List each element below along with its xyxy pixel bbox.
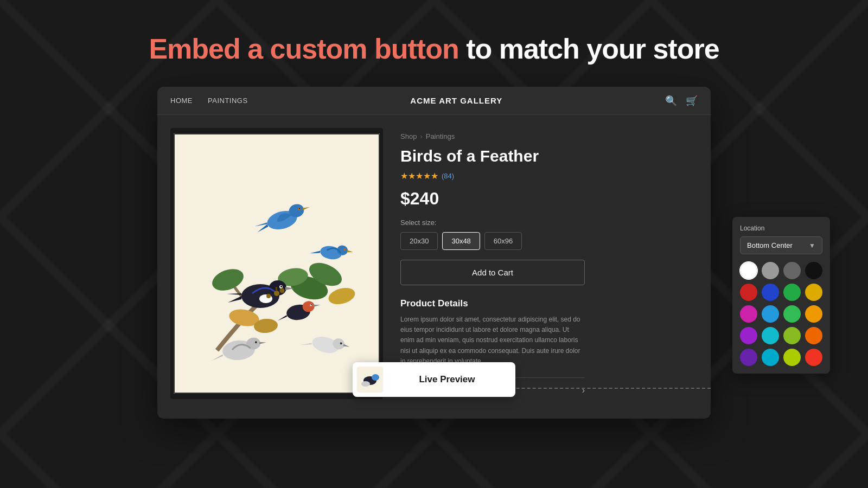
breadcrumb-separator: › [420,132,422,140]
product-description: Lorem ipsum dolor sit amet, consectetur … [400,314,585,367]
color-grid [740,262,822,366]
review-count[interactable]: (84) [442,172,454,180]
rating: ★★★★★ (84) [400,171,698,181]
nav-links: HOME PAINTINGS [170,97,248,105]
headline-white-text: to match your store [466,33,719,65]
color-swatch-yellow-lime[interactable] [783,349,801,366]
color-swatch-orange[interactable] [805,327,822,344]
store-nav: HOME PAINTINGS ACME ART GALLERY 🔍 🛒 [157,87,711,115]
size-label: Select size: [400,219,698,227]
live-preview-thumbnail [357,367,383,393]
product-image-frame [170,128,383,399]
svg-point-30 [274,291,279,296]
color-swatch-gold[interactable] [805,305,822,323]
location-panel-label: Location [740,224,822,232]
svg-point-31 [280,288,285,293]
breadcrumb-shop[interactable]: Shop [400,132,417,140]
color-swatch-black[interactable] [805,262,822,279]
color-swatch-lime[interactable] [783,327,801,344]
live-preview-label: Live Preview [390,374,505,385]
color-swatch-blue[interactable] [762,284,779,301]
size-60x96[interactable]: 60x96 [484,232,522,250]
page-wrapper: Embed a custom button to match your stor… [0,0,868,488]
dropdown-arrow-icon: ▼ [809,242,815,249]
search-icon[interactable]: 🔍 [665,95,677,107]
product-price: $240 [400,189,698,209]
color-swatch-light-blue[interactable] [762,305,779,323]
svg-point-38 [361,381,370,387]
nav-icons: 🔍 🛒 [665,95,698,107]
nav-paintings[interactable]: PAINTINGS [208,97,248,105]
product-details-heading: Product Details [400,298,698,309]
live-preview-bar[interactable]: Live Preview [353,362,515,397]
color-swatch-medium-gray[interactable] [783,262,801,279]
color-swatch-dark-cyan[interactable] [762,349,779,366]
color-swatch-magenta[interactable] [740,305,757,323]
headline-accent: Embed a custom button [149,33,458,65]
cart-icon[interactable]: 🛒 [686,95,698,107]
svg-point-15 [280,286,282,287]
size-options: 20x30 30x48 60x96 [400,232,698,250]
shipping-chevron-icon[interactable]: › [582,386,585,395]
bird-painting [174,133,380,394]
color-swatch-light-green[interactable] [783,305,801,323]
color-swatch-purple[interactable] [740,327,757,344]
headline: Embed a custom button to match your stor… [149,33,719,65]
add-to-cart-button[interactable]: Add to Cart [400,260,585,285]
svg-rect-33 [276,287,277,291]
location-value: Bottom Center [747,241,793,249]
color-swatch-yellow[interactable] [805,284,822,301]
breadcrumb-paintings[interactable]: Paintings [426,132,455,140]
svg-point-37 [372,374,379,381]
store-preview: HOME PAINTINGS ACME ART GALLERY 🔍 🛒 [157,87,711,419]
color-swatch-light-gray[interactable] [762,262,779,279]
size-20x30[interactable]: 20x30 [400,232,438,250]
svg-rect-0 [174,133,380,394]
color-swatch-red[interactable] [740,284,757,301]
color-swatch-white[interactable] [740,262,757,279]
svg-point-32 [266,294,271,298]
product-title: Birds of a Feather [400,147,698,165]
store-title: ACME ART GALLERY [248,96,665,105]
color-swatch-red-orange[interactable] [805,349,822,366]
color-picker-panel: Location Bottom Center ▼ [732,217,830,374]
location-dropdown[interactable]: Bottom Center ▼ [740,236,822,254]
size-30x48[interactable]: 30x48 [442,232,480,250]
color-swatch-green[interactable] [783,284,801,301]
breadcrumb: Shop › Paintings [400,132,698,140]
color-swatch-deep-purple[interactable] [740,349,757,366]
star-rating: ★★★★★ [400,171,438,181]
color-swatch-cyan[interactable] [762,327,779,344]
nav-home[interactable]: HOME [170,97,193,105]
